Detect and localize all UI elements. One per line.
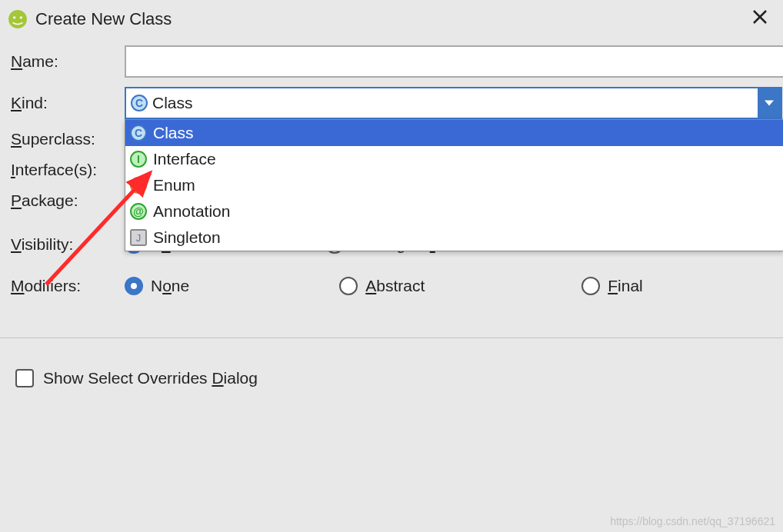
kind-option-interface[interactable]: I Interface [125, 146, 783, 172]
kind-selected: C Class [126, 94, 758, 112]
show-overrides-label: Show Select Overrides Dialog [43, 369, 258, 387]
watermark: https://blog.csdn.net/qq_37196621 [610, 515, 775, 527]
android-studio-icon [8, 9, 28, 29]
radio-abstract[interactable] [339, 277, 358, 295]
kind-option-singleton[interactable]: J Singleton [125, 224, 783, 251]
form: Name: Kind: C Class C Class [0, 36, 783, 307]
row-name: Name: [11, 41, 783, 82]
label-superclass: Superclass: [11, 130, 125, 148]
interface-icon: I [130, 151, 147, 168]
label-package: Package: [11, 191, 125, 210]
radio-none-label: None [151, 277, 189, 295]
option-label: Singleton [153, 228, 221, 247]
svg-point-2 [20, 16, 22, 18]
option-label: Annotation [153, 202, 230, 221]
enum-icon: E [130, 177, 147, 194]
singleton-icon: J [130, 229, 147, 246]
option-label: Enum [153, 176, 195, 195]
close-icon[interactable] [748, 8, 772, 30]
name-input[interactable] [125, 45, 783, 78]
kind-option-enum[interactable]: E Enum [125, 172, 783, 198]
titlebar: Create New Class [0, 0, 783, 36]
annotation-icon: @ [130, 203, 147, 220]
row-modifiers: Modifiers: None Abstract Final [11, 265, 783, 307]
label-visibility: Visibility: [11, 235, 125, 254]
row-kind: Kind: C Class C Class I [11, 82, 783, 124]
radio-final[interactable] [581, 277, 600, 295]
option-label: Interface [153, 150, 216, 168]
window-title: Create New Class [35, 9, 748, 29]
label-modifiers: Modifiers: [11, 277, 125, 295]
kind-dropdown: C Class I Interface E Enum @ Annotation [125, 119, 783, 251]
kind-option-annotation[interactable]: @ Annotation [125, 198, 783, 224]
modifier-abstract-option[interactable]: Abstract [339, 277, 425, 295]
class-icon: C [130, 125, 147, 141]
kind-selected-label: Class [152, 94, 193, 112]
radio-final-label: Final [608, 277, 643, 295]
radio-none[interactable] [125, 277, 143, 295]
modifier-none-option[interactable]: None [125, 277, 189, 295]
show-overrides-row: Show Select Overrides Dialog [0, 338, 783, 387]
modifier-final-option[interactable]: Final [581, 277, 643, 295]
class-icon: C [131, 95, 148, 111]
radio-abstract-label: Abstract [365, 277, 425, 295]
kind-option-class[interactable]: C Class [125, 120, 783, 146]
option-label: Class [153, 124, 194, 142]
label-kind: Kind: [11, 94, 125, 112]
label-interfaces: Interface(s): [11, 161, 125, 179]
show-overrides-checkbox[interactable] [15, 369, 34, 387]
svg-point-0 [8, 10, 27, 28]
label-name: Name: [11, 52, 125, 71]
kind-combobox[interactable]: C Class C Class I Interface [125, 87, 782, 119]
dropdown-arrow-icon[interactable] [758, 88, 781, 118]
svg-point-1 [13, 16, 15, 18]
